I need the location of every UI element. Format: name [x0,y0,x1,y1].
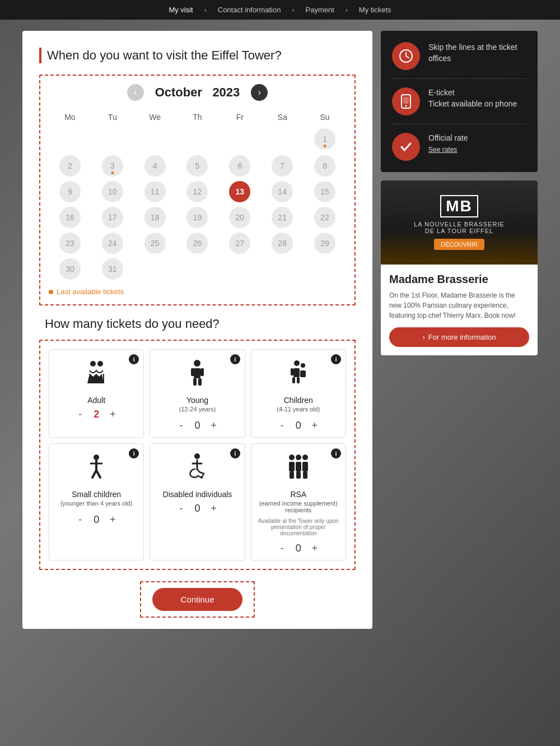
smallchild-count: 0 [91,514,102,526]
svg-rect-32 [303,471,307,479]
cal-day-7[interactable]: 7 [272,155,293,177]
calendar-prev-button[interactable]: ‹ [127,84,144,101]
rsa-info-icon[interactable]: i [331,448,341,458]
calendar-header: ‹ October 2023 › [49,84,346,101]
cal-day-20[interactable]: 20 [229,207,250,228]
adult-decrease-button[interactable]: - [74,408,86,420]
svg-rect-15 [292,377,295,383]
official-rate-text: Official rate See rates [428,133,468,155]
cal-day-16[interactable]: 16 [59,207,81,228]
children-decrease-button[interactable]: - [276,419,288,432]
svg-rect-31 [296,471,301,479]
see-rates-link[interactable]: See rates [428,145,457,155]
young-info-icon[interactable]: i [230,354,240,364]
young-icon [185,358,210,391]
cal-day-19[interactable]: 19 [186,207,208,228]
feature-skip-lines: Skip the lines at the ticket offices [392,42,526,70]
cal-day-24[interactable]: 24 [102,233,123,254]
svg-point-24 [289,455,295,460]
calendar-row: 30 31 [49,256,346,282]
disabled-counter: - 0 + [175,502,220,515]
cal-day-12[interactable]: 12 [186,181,208,202]
weekday-sa: Sa [261,109,304,125]
cal-day-27[interactable]: 27 [229,233,250,254]
cal-day-6[interactable]: 6 [229,155,250,177]
rsa-decrease-button[interactable]: - [276,542,288,554]
last-available-legend: Last available tickets [49,288,346,296]
children-increase-button[interactable]: + [309,419,321,432]
young-subtitle: (12-24 years) [179,406,216,413]
svg-rect-16 [297,377,300,383]
weekday-su: Su [304,109,346,125]
top-navigation: My visit › Contact information › Payment… [0,0,560,20]
cal-day-15[interactable]: 15 [314,181,335,202]
more-info-button[interactable]: › For more information [389,327,529,347]
cal-day-empty [272,127,293,149]
cal-day-22[interactable]: 22 [314,207,335,228]
children-icon [284,358,312,391]
disabled-increase-button[interactable]: + [207,502,220,515]
cal-day-17[interactable]: 17 [102,207,123,228]
children-name: Children [284,396,313,405]
smallchild-counter: - 0 + [74,513,119,526]
brasserie-card: MB LA NOUVELLE BRASSERIEDE LA TOUR EIFFE… [381,180,538,355]
rsa-increase-button[interactable]: + [309,542,321,554]
cal-day-31[interactable]: 31 [102,258,123,280]
young-decrease-button[interactable]: - [175,419,187,432]
cal-day-2[interactable]: 2 [59,155,81,177]
children-info-icon[interactable]: i [331,354,341,364]
main-panel: When do you want to visit the Eiffel Tow… [22,31,372,629]
calendar-row: 2 3 4 5 6 7 8 [49,153,346,179]
cal-day-21[interactable]: 21 [272,207,293,228]
cal-day-10[interactable]: 10 [102,181,123,202]
young-name: Young [186,396,208,405]
cal-day-1[interactable]: 1 [314,128,335,150]
cal-day-25[interactable]: 25 [144,233,166,254]
official-rate-label: Official rate [428,133,468,142]
svg-point-11 [301,363,305,368]
cal-day-5[interactable]: 5 [186,155,208,177]
nav-step-visit[interactable]: My visit [169,6,193,14]
disabled-info-icon[interactable]: i [230,448,240,458]
rsa-icon [283,452,314,485]
smallchild-info-icon[interactable]: i [129,448,139,458]
nav-step-tickets[interactable]: My tickets [359,6,391,14]
cal-day-30[interactable]: 30 [59,258,81,280]
cal-day-23[interactable]: 23 [59,233,81,254]
rsa-subtitle: (earned income supplement) recipients [257,500,340,513]
calendar-next-button[interactable]: › [251,84,268,101]
cal-day-4[interactable]: 4 [144,155,166,177]
cal-day-26[interactable]: 26 [186,233,208,254]
cal-day-29[interactable]: 29 [314,233,335,254]
young-increase-button[interactable]: + [207,419,220,432]
cal-day-14[interactable]: 14 [272,181,293,202]
adult-icon [82,358,110,391]
young-counter: - 0 + [175,419,220,432]
young-count: 0 [192,420,203,432]
adult-increase-button[interactable]: + [106,408,119,420]
eticket-text: E-ticket Ticket available on phone [428,87,517,109]
calendar-section: ‹ October 2023 › Mo Tu We Th [39,75,356,305]
smallchild-increase-button[interactable]: + [106,513,119,526]
disabled-decrease-button[interactable]: - [175,502,187,515]
cal-day-9[interactable]: 9 [59,181,81,202]
discover-button[interactable]: DÉCOUVRIR [434,239,484,250]
nav-step-contact[interactable]: Contact information [218,6,281,14]
cal-day-3[interactable]: 3 [102,155,123,177]
cal-day-8[interactable]: 8 [314,155,335,177]
svg-point-23 [200,476,203,479]
cal-day-13[interactable]: 13 [229,181,250,202]
smallchild-decrease-button[interactable]: - [74,513,86,526]
nav-step-payment[interactable]: Payment [305,6,334,14]
cal-day-11[interactable]: 11 [144,181,166,202]
svg-point-36 [405,105,407,107]
adult-info-icon[interactable]: i [129,354,139,364]
skip-lines-text: Skip the lines at the ticket offices [428,42,526,64]
continue-button[interactable]: Continue [152,588,242,611]
weekday-th: Th [176,109,219,125]
cal-day-28[interactable]: 28 [272,233,293,254]
weekday-we: We [134,109,176,125]
rsa-counter: - 0 + [276,542,321,554]
svg-rect-6 [191,368,194,376]
cal-day-18[interactable]: 18 [144,207,166,228]
